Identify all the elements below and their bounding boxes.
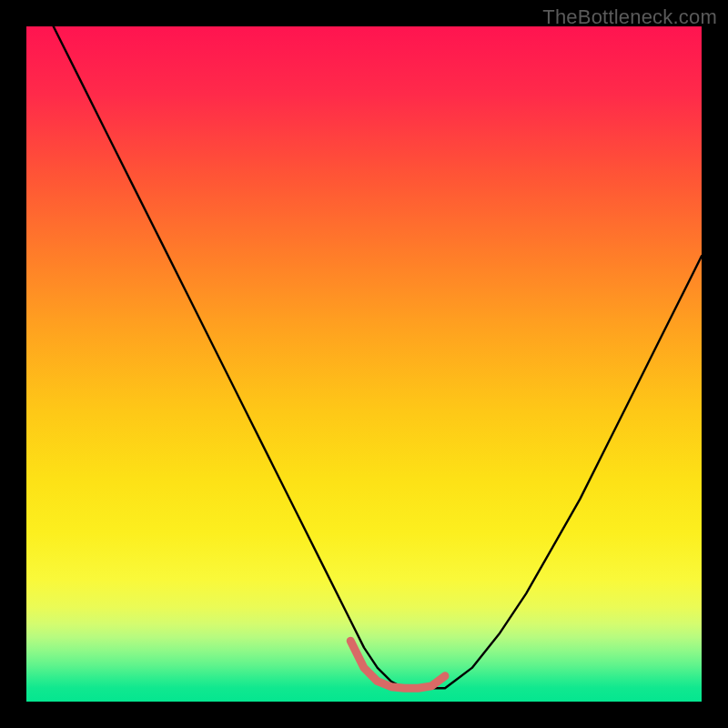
chart-frame: TheBottleneck.com — [0, 0, 728, 728]
watermark-text: TheBottleneck.com — [542, 5, 717, 29]
bottleneck-curve — [26, 26, 702, 688]
curve-svg — [26, 26, 702, 702]
plot-area — [26, 26, 702, 702]
